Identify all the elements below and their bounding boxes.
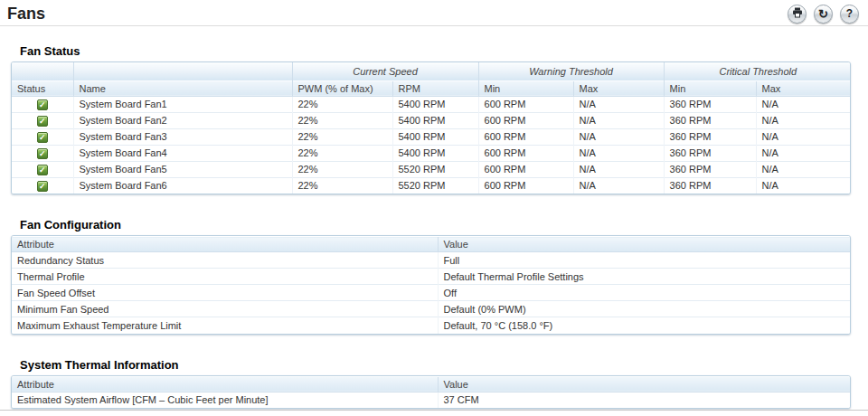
crit-min-cell: 360 RPM [664,161,756,177]
column-header-row: Status Name PWM (% of Max) RPM Min Max M… [12,80,851,96]
crit-min-cell: 360 RPM [664,112,756,128]
warn-max-cell: N/A [573,96,664,112]
name-cell: System Board Fan5 [73,161,292,177]
crit-min-cell: 360 RPM [664,145,756,161]
table-row: Fan Speed Offset Off [12,285,851,301]
value-cell: Full [438,252,851,269]
status-cell: ✓ [12,161,73,177]
attribute-cell: Minimum Fan Speed [12,301,438,317]
table-row: ✓ System Board Fan2 22% 5400 RPM 600 RPM… [12,112,851,128]
bottom-divider [0,410,868,411]
fan-configuration-table: Attribute Value Redundancy Status Full T… [11,235,851,335]
status-cell: ✓ [12,128,73,145]
warn-max-cell: N/A [573,128,664,145]
warn-min-cell: 600 RPM [478,96,573,112]
page-title: Fans [7,5,45,22]
fan-status-title: Fan Status [20,44,868,58]
warn-min-cell: 600 RPM [478,161,573,177]
topbar-actions: ↻ ? [788,5,859,24]
group-header-current-speed: Current Speed [292,62,478,80]
col-attribute: Attribute [12,376,438,392]
warn-min-cell: 600 RPM [478,112,573,128]
attribute-cell: Estimated System Airflow [CFM – Cubic Fe… [12,392,438,408]
rpm-cell: 5400 RPM [392,128,478,145]
value-cell: Default, 70 °C (158.0 °F) [438,317,851,334]
crit-max-cell: N/A [756,128,851,145]
attribute-cell: Maximum Exhaust Temperature Limit [12,317,438,334]
rpm-cell: 5520 RPM [392,177,478,194]
crit-max-cell: N/A [756,161,851,177]
status-ok-icon: ✓ [37,165,48,175]
help-icon: ? [846,8,853,19]
status-cell: ✓ [12,112,73,128]
group-header-critical-threshold: Critical Threshold [664,62,851,80]
fan-status-table: Current Speed Warning Threshold Critical… [11,61,851,194]
col-crit-max: Max [756,80,851,96]
warn-max-cell: N/A [573,145,664,161]
pwm-cell: 22% [292,96,392,112]
col-attribute: Attribute [12,237,438,252]
table-row: ✓ System Board Fan1 22% 5400 RPM 600 RPM… [12,96,851,112]
table-row: Maximum Exhaust Temperature Limit Defaul… [12,317,851,334]
value-cell: Default Thermal Profile Settings [438,269,851,285]
table-row: ✓ System Board Fan4 22% 5400 RPM 600 RPM… [12,145,851,161]
help-button[interactable]: ? [840,5,859,24]
refresh-button[interactable]: ↻ [814,5,833,24]
name-cell: System Board Fan1 [73,96,292,112]
pwm-cell: 22% [292,112,392,128]
print-button[interactable] [788,5,807,24]
refresh-icon: ↻ [818,8,828,20]
name-cell: System Board Fan6 [73,177,292,194]
table-row: ✓ System Board Fan5 22% 5520 RPM 600 RPM… [12,161,851,177]
warn-max-cell: N/A [573,177,664,194]
warn-max-cell: N/A [573,112,664,128]
status-ok-icon: ✓ [37,99,48,110]
col-name: Name [73,80,292,96]
crit-max-cell: N/A [756,96,851,112]
value-cell: Off [438,285,851,301]
col-warn-min: Min [478,80,573,96]
status-ok-icon: ✓ [37,116,48,127]
fan-configuration-section: Fan Configuration Attribute Value Redund… [11,218,868,335]
fan-status-section: Fan Status Current Speed Warning Thresho… [11,44,868,194]
value-cell: Default (0% PWM) [438,301,851,317]
value-cell: 37 CFM [438,392,851,408]
col-warn-max: Max [573,80,664,96]
attribute-cell: Redundancy Status [12,252,438,269]
warn-max-cell: N/A [573,161,664,177]
pwm-cell: 22% [292,128,392,145]
crit-min-cell: 360 RPM [664,177,756,194]
topbar: Fans ↻ ? [0,0,868,26]
attribute-cell: Thermal Profile [12,269,438,285]
crit-max-cell: N/A [756,112,851,128]
table-row: Estimated System Airflow [CFM – Cubic Fe… [12,392,851,408]
status-cell: ✓ [12,145,73,161]
col-rpm: RPM [392,80,478,96]
crit-max-cell: N/A [756,177,851,194]
status-cell: ✓ [12,96,73,112]
col-status: Status [12,80,73,96]
name-cell: System Board Fan4 [73,145,292,161]
fan-configuration-title: Fan Configuration [20,218,868,232]
warn-min-cell: 600 RPM [478,177,573,194]
table-row: Thermal Profile Default Thermal Profile … [12,269,851,285]
table-row: ✓ System Board Fan6 22% 5520 RPM 600 RPM… [12,177,851,194]
crit-max-cell: N/A [756,145,851,161]
crit-min-cell: 360 RPM [664,96,756,112]
status-ok-icon: ✓ [37,148,48,159]
column-header-row: Attribute Value [12,376,851,392]
pwm-cell: 22% [292,145,392,161]
crit-min-cell: 360 RPM [664,128,756,145]
pwm-cell: 22% [292,161,392,177]
col-value: Value [438,237,851,252]
table-row: Redundancy Status Full [12,252,851,269]
warn-min-cell: 600 RPM [478,128,573,145]
group-header-warning-threshold: Warning Threshold [478,62,664,80]
rpm-cell: 5400 RPM [392,96,478,112]
rpm-cell: 5400 RPM [392,112,478,128]
col-crit-min: Min [664,80,756,96]
column-header-row: Attribute Value [12,237,851,252]
system-thermal-section: System Thermal Information Attribute Val… [11,358,868,410]
system-thermal-table: Attribute Value Estimated System Airflow… [11,375,851,410]
group-header-row: Current Speed Warning Threshold Critical… [12,62,851,80]
